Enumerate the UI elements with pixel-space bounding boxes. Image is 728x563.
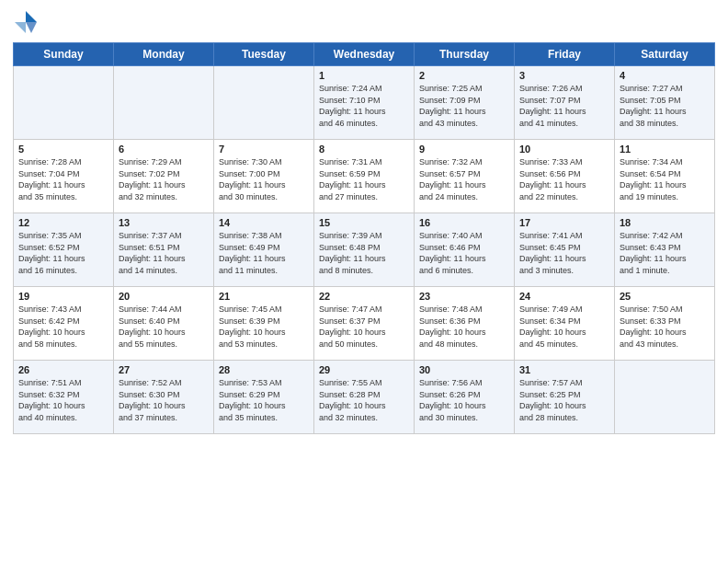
calendar-cell: 27Sunrise: 7:52 AM Sunset: 6:30 PM Dayli…	[114, 361, 214, 434]
day-content: Sunrise: 7:50 AM Sunset: 6:33 PM Dayligh…	[620, 304, 710, 350]
day-content: Sunrise: 7:35 AM Sunset: 6:52 PM Dayligh…	[18, 230, 108, 276]
day-number: 17	[519, 217, 609, 228]
weekday-header: Sunday	[14, 43, 114, 66]
calendar-cell: 25Sunrise: 7:50 AM Sunset: 6:33 PM Dayli…	[615, 287, 715, 361]
day-content: Sunrise: 7:42 AM Sunset: 6:43 PM Dayligh…	[620, 230, 710, 276]
calendar-cell: 10Sunrise: 7:33 AM Sunset: 6:56 PM Dayli…	[515, 140, 615, 213]
calendar-cell: 31Sunrise: 7:57 AM Sunset: 6:25 PM Dayli…	[515, 361, 615, 434]
calendar-week-row: 26Sunrise: 7:51 AM Sunset: 6:32 PM Dayli…	[14, 361, 715, 434]
day-number: 8	[319, 144, 409, 155]
calendar-cell: 12Sunrise: 7:35 AM Sunset: 6:52 PM Dayli…	[14, 213, 114, 287]
day-number: 30	[419, 364, 509, 375]
calendar-cell: 6Sunrise: 7:29 AM Sunset: 7:02 PM Daylig…	[114, 140, 214, 213]
calendar-cell: 8Sunrise: 7:31 AM Sunset: 6:59 PM Daylig…	[314, 140, 415, 213]
calendar-cell	[14, 66, 114, 140]
day-content: Sunrise: 7:25 AM Sunset: 7:09 PM Dayligh…	[419, 83, 509, 129]
calendar-cell	[615, 361, 715, 434]
calendar-week-row: 19Sunrise: 7:43 AM Sunset: 6:42 PM Dayli…	[14, 287, 715, 361]
day-number: 20	[119, 291, 209, 302]
day-content: Sunrise: 7:57 AM Sunset: 6:25 PM Dayligh…	[519, 377, 609, 423]
day-number: 21	[219, 291, 309, 302]
calendar-cell: 23Sunrise: 7:48 AM Sunset: 6:36 PM Dayli…	[415, 287, 515, 361]
day-number: 12	[18, 217, 108, 228]
day-content: Sunrise: 7:55 AM Sunset: 6:28 PM Dayligh…	[319, 377, 409, 423]
day-content: Sunrise: 7:33 AM Sunset: 6:56 PM Dayligh…	[519, 156, 609, 202]
day-content: Sunrise: 7:40 AM Sunset: 6:46 PM Dayligh…	[419, 230, 509, 276]
day-content: Sunrise: 7:39 AM Sunset: 6:48 PM Dayligh…	[319, 230, 409, 276]
day-number: 4	[620, 70, 710, 81]
day-content: Sunrise: 7:53 AM Sunset: 6:29 PM Dayligh…	[219, 377, 309, 423]
day-number: 15	[319, 217, 409, 228]
day-content: Sunrise: 7:52 AM Sunset: 6:30 PM Dayligh…	[119, 377, 209, 423]
day-number: 11	[620, 144, 710, 155]
day-content: Sunrise: 7:56 AM Sunset: 6:26 PM Dayligh…	[419, 377, 509, 423]
calendar-cell: 14Sunrise: 7:38 AM Sunset: 6:49 PM Dayli…	[214, 213, 314, 287]
header	[13, 9, 715, 35]
day-content: Sunrise: 7:31 AM Sunset: 6:59 PM Dayligh…	[319, 156, 409, 202]
day-content: Sunrise: 7:27 AM Sunset: 7:05 PM Dayligh…	[620, 83, 710, 129]
calendar-cell: 7Sunrise: 7:30 AM Sunset: 7:00 PM Daylig…	[214, 140, 314, 213]
svg-marker-2	[15, 22, 26, 33]
day-content: Sunrise: 7:34 AM Sunset: 6:54 PM Dayligh…	[620, 156, 710, 202]
day-number: 23	[419, 291, 509, 302]
weekday-header: Monday	[114, 43, 214, 66]
calendar-cell: 28Sunrise: 7:53 AM Sunset: 6:29 PM Dayli…	[214, 361, 314, 434]
logo	[13, 9, 42, 35]
day-content: Sunrise: 7:29 AM Sunset: 7:02 PM Dayligh…	[119, 156, 209, 202]
calendar-cell: 24Sunrise: 7:49 AM Sunset: 6:34 PM Dayli…	[515, 287, 615, 361]
weekday-header-row: SundayMondayTuesdayWednesdayThursdayFrid…	[14, 43, 715, 66]
calendar-cell: 2Sunrise: 7:25 AM Sunset: 7:09 PM Daylig…	[415, 66, 515, 140]
day-content: Sunrise: 7:45 AM Sunset: 6:39 PM Dayligh…	[219, 304, 309, 350]
calendar-cell: 4Sunrise: 7:27 AM Sunset: 7:05 PM Daylig…	[615, 66, 715, 140]
day-content: Sunrise: 7:30 AM Sunset: 7:00 PM Dayligh…	[219, 156, 309, 202]
calendar-cell: 11Sunrise: 7:34 AM Sunset: 6:54 PM Dayli…	[615, 140, 715, 213]
day-number: 16	[419, 217, 509, 228]
day-number: 18	[620, 217, 710, 228]
day-content: Sunrise: 7:24 AM Sunset: 7:10 PM Dayligh…	[319, 83, 409, 129]
calendar-cell: 18Sunrise: 7:42 AM Sunset: 6:43 PM Dayli…	[615, 213, 715, 287]
svg-marker-0	[26, 11, 37, 22]
day-content: Sunrise: 7:38 AM Sunset: 6:49 PM Dayligh…	[219, 230, 309, 276]
calendar-cell: 30Sunrise: 7:56 AM Sunset: 6:26 PM Dayli…	[415, 361, 515, 434]
day-number: 1	[319, 70, 409, 81]
day-content: Sunrise: 7:41 AM Sunset: 6:45 PM Dayligh…	[519, 230, 609, 276]
calendar-cell: 3Sunrise: 7:26 AM Sunset: 7:07 PM Daylig…	[515, 66, 615, 140]
calendar-cell: 5Sunrise: 7:28 AM Sunset: 7:04 PM Daylig…	[14, 140, 114, 213]
day-number: 7	[219, 144, 309, 155]
day-content: Sunrise: 7:49 AM Sunset: 6:34 PM Dayligh…	[519, 304, 609, 350]
calendar-cell: 16Sunrise: 7:40 AM Sunset: 6:46 PM Dayli…	[415, 213, 515, 287]
day-number: 29	[319, 364, 409, 375]
day-number: 27	[119, 364, 209, 375]
day-number: 3	[519, 70, 609, 81]
day-content: Sunrise: 7:32 AM Sunset: 6:57 PM Dayligh…	[419, 156, 509, 202]
weekday-header: Wednesday	[314, 43, 415, 66]
calendar-cell: 20Sunrise: 7:44 AM Sunset: 6:40 PM Dayli…	[114, 287, 214, 361]
calendar-week-row: 1Sunrise: 7:24 AM Sunset: 7:10 PM Daylig…	[14, 66, 715, 140]
day-content: Sunrise: 7:47 AM Sunset: 6:37 PM Dayligh…	[319, 304, 409, 350]
day-number: 24	[519, 291, 609, 302]
calendar-cell	[114, 66, 214, 140]
day-number: 31	[519, 364, 609, 375]
weekday-header: Thursday	[415, 43, 515, 66]
day-number: 6	[119, 144, 209, 155]
day-number: 28	[219, 364, 309, 375]
calendar-cell: 1Sunrise: 7:24 AM Sunset: 7:10 PM Daylig…	[314, 66, 415, 140]
day-number: 25	[620, 291, 710, 302]
calendar-cell: 22Sunrise: 7:47 AM Sunset: 6:37 PM Dayli…	[314, 287, 415, 361]
calendar-table: SundayMondayTuesdayWednesdayThursdayFrid…	[13, 42, 715, 434]
day-content: Sunrise: 7:28 AM Sunset: 7:04 PM Dayligh…	[18, 156, 108, 202]
day-number: 13	[119, 217, 209, 228]
weekday-header: Saturday	[615, 43, 715, 66]
day-number: 14	[219, 217, 309, 228]
calendar-cell: 13Sunrise: 7:37 AM Sunset: 6:51 PM Dayli…	[114, 213, 214, 287]
day-number: 19	[18, 291, 108, 302]
day-number: 26	[18, 364, 108, 375]
calendar-cell: 19Sunrise: 7:43 AM Sunset: 6:42 PM Dayli…	[14, 287, 114, 361]
calendar-cell: 21Sunrise: 7:45 AM Sunset: 6:39 PM Dayli…	[214, 287, 314, 361]
day-number: 2	[419, 70, 509, 81]
svg-marker-1	[26, 22, 37, 33]
day-number: 10	[519, 144, 609, 155]
day-content: Sunrise: 7:51 AM Sunset: 6:32 PM Dayligh…	[18, 377, 108, 423]
day-content: Sunrise: 7:26 AM Sunset: 7:07 PM Dayligh…	[519, 83, 609, 129]
page-container: SundayMondayTuesdayWednesdayThursdayFrid…	[0, 0, 728, 443]
